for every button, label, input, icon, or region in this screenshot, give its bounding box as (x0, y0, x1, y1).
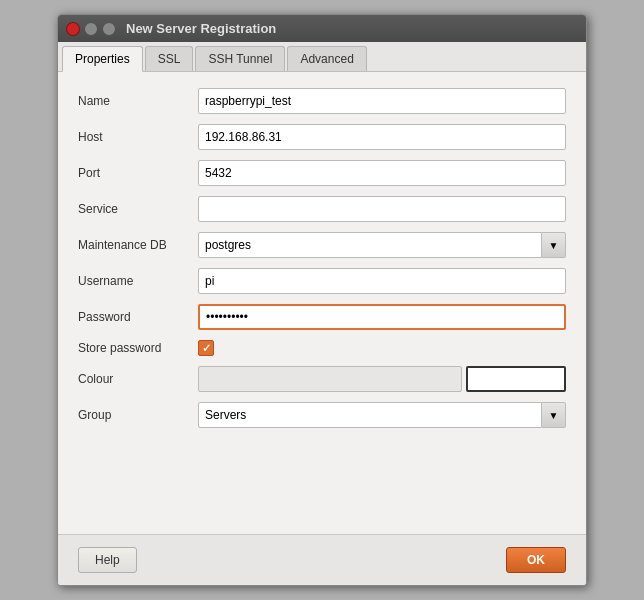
minimize-button[interactable] (84, 22, 98, 36)
tab-properties[interactable]: Properties (62, 46, 143, 72)
password-row: Password (78, 304, 566, 330)
maintenance-db-row: Maintenance DB ▼ (78, 232, 566, 258)
group-input[interactable] (198, 402, 542, 428)
colour-left (198, 366, 462, 392)
form-content: Name Host Port Service Maintenance DB ▼ (58, 72, 586, 514)
ok-button[interactable]: OK (506, 547, 566, 573)
spacer (78, 438, 566, 498)
store-password-row: Store password (78, 340, 566, 356)
maintenance-db-container: ▼ (198, 232, 566, 258)
colour-label: Colour (78, 372, 198, 386)
maintenance-db-label: Maintenance DB (78, 238, 198, 252)
group-container: ▼ (198, 402, 566, 428)
colour-container (198, 366, 566, 392)
username-label: Username (78, 274, 198, 288)
tab-ssh-tunnel[interactable]: SSH Tunnel (195, 46, 285, 71)
host-row: Host (78, 124, 566, 150)
port-label: Port (78, 166, 198, 180)
colour-row: Colour (78, 366, 566, 392)
store-password-checkbox[interactable] (198, 340, 214, 356)
close-button[interactable] (66, 22, 80, 36)
button-bar: Help OK (58, 534, 586, 585)
tab-advanced[interactable]: Advanced (287, 46, 366, 71)
group-row: Group ▼ (78, 402, 566, 428)
service-input[interactable] (198, 196, 566, 222)
window-title: New Server Registration (126, 21, 276, 36)
title-buttons (66, 22, 116, 36)
colour-swatch[interactable] (466, 366, 566, 392)
store-password-label: Store password (78, 341, 198, 355)
tab-bar: Properties SSL SSH Tunnel Advanced (58, 42, 586, 72)
group-label: Group (78, 408, 198, 422)
host-label: Host (78, 130, 198, 144)
service-row: Service (78, 196, 566, 222)
tab-ssl[interactable]: SSL (145, 46, 194, 71)
port-row: Port (78, 160, 566, 186)
name-row: Name (78, 88, 566, 114)
username-input[interactable] (198, 268, 566, 294)
password-label: Password (78, 310, 198, 324)
port-input[interactable] (198, 160, 566, 186)
action-buttons: OK (506, 547, 566, 573)
password-input[interactable] (198, 304, 566, 330)
username-row: Username (78, 268, 566, 294)
name-input[interactable] (198, 88, 566, 114)
maximize-button[interactable] (102, 22, 116, 36)
service-label: Service (78, 202, 198, 216)
host-input[interactable] (198, 124, 566, 150)
titlebar: New Server Registration (58, 15, 586, 42)
group-dropdown-btn[interactable]: ▼ (542, 402, 566, 428)
main-window: New Server Registration Properties SSL S… (57, 14, 587, 586)
store-password-container (198, 340, 214, 356)
help-button[interactable]: Help (78, 547, 137, 573)
maintenance-db-dropdown-btn[interactable]: ▼ (542, 232, 566, 258)
maintenance-db-input[interactable] (198, 232, 542, 258)
name-label: Name (78, 94, 198, 108)
